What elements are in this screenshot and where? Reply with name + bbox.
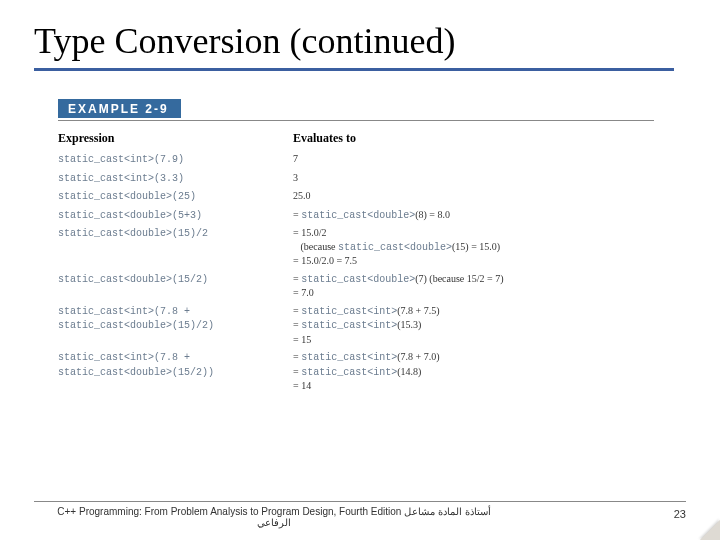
- table-row: static_cast<int>(7.9)7: [58, 152, 654, 167]
- page-number: 23: [674, 508, 686, 520]
- table-row: static_cast<double>(15/2)= static_cast<d…: [58, 272, 654, 300]
- table-row: static_cast<int>(3.3)3: [58, 171, 654, 186]
- title-rule: [34, 68, 674, 71]
- col-head-evaluates: Evaluates to: [293, 131, 654, 146]
- table-row: static_cast<double>(5+3)= static_cast<do…: [58, 208, 654, 223]
- content-block: EXAMPLE 2-9 Expression Evaluates to stat…: [34, 99, 654, 393]
- footer-text: C++ Programming: From Problem Analysis t…: [34, 506, 514, 528]
- table-row: static_cast<int>(7.8 +static_cast<double…: [58, 350, 654, 393]
- evaluates-cell: = static_cast<int>(7.8 + 7.0)= static_ca…: [293, 350, 654, 393]
- expression-cell: static_cast<double>(15/2): [58, 272, 293, 287]
- evaluates-cell: = static_cast<double>(7) (because 15/2 =…: [293, 272, 654, 300]
- table-row: static_cast<double>(15)/2= 15.0/2 (becau…: [58, 226, 654, 268]
- example-table: static_cast<int>(7.9)7static_cast<int>(3…: [58, 152, 654, 393]
- expression-cell: static_cast<int>(7.9): [58, 152, 293, 167]
- footer-line2: الرفاعي: [257, 517, 291, 528]
- expression-cell: static_cast<double>(25): [58, 189, 293, 204]
- example-rule: [58, 120, 654, 121]
- footer-rule: [34, 501, 686, 502]
- evaluates-cell: 3: [293, 171, 654, 185]
- expression-cell: static_cast<int>(7.8 +static_cast<double…: [58, 350, 293, 379]
- expression-cell: static_cast<int>(7.8 +static_cast<double…: [58, 304, 293, 333]
- evaluates-cell: 25.0: [293, 189, 654, 203]
- slide: Type Conversion (continued) EXAMPLE 2-9 …: [0, 0, 720, 393]
- table-row: static_cast<int>(7.8 +static_cast<double…: [58, 304, 654, 347]
- evaluates-cell: = 15.0/2 (because static_cast<double>(15…: [293, 226, 654, 268]
- evaluates-cell: 7: [293, 152, 654, 166]
- col-head-expression: Expression: [58, 131, 293, 146]
- dogear-icon: [700, 520, 720, 540]
- expression-cell: static_cast<double>(15)/2: [58, 226, 293, 241]
- evaluates-cell: = static_cast<int>(7.8 + 7.5)= static_ca…: [293, 304, 654, 347]
- column-headers: Expression Evaluates to: [58, 131, 654, 146]
- expression-cell: static_cast<double>(5+3): [58, 208, 293, 223]
- footer-line1: C++ Programming: From Problem Analysis t…: [57, 506, 490, 517]
- expression-cell: static_cast<int>(3.3): [58, 171, 293, 186]
- example-badge: EXAMPLE 2-9: [58, 99, 181, 118]
- evaluates-cell: = static_cast<double>(8) = 8.0: [293, 208, 654, 223]
- table-row: static_cast<double>(25)25.0: [58, 189, 654, 204]
- page-title: Type Conversion (continued): [34, 20, 686, 62]
